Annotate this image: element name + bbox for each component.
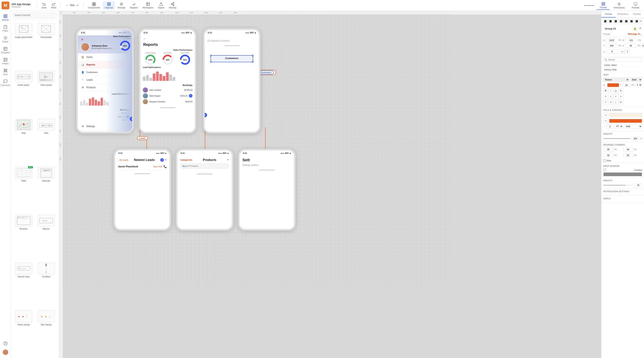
shadow-opacity-input[interactable] xyxy=(634,183,642,187)
lock-button[interactable]: 🔒 xyxy=(632,26,638,31)
corner-br-input[interactable] xyxy=(623,153,633,157)
add-fill-icon[interactable]: ✏ xyxy=(603,113,608,117)
fill-color-swatch[interactable] xyxy=(609,113,642,117)
interactions-tab-rp[interactable]: Interactions xyxy=(616,11,630,17)
corner-tr-input[interactable] xyxy=(623,148,633,151)
redo-button[interactable]: Redo xyxy=(49,1,58,9)
add-lead-icon[interactable]: + xyxy=(164,158,167,162)
x-input[interactable] xyxy=(606,38,618,42)
close-panel-icon[interactable]: ✕ xyxy=(639,19,642,23)
stencil-image-placeholder[interactable]: Image placeholder xyxy=(13,22,34,68)
app-logo[interactable]: M xyxy=(2,1,9,9)
drop-shadow-enabled[interactable] xyxy=(603,169,606,171)
italic-icon[interactable]: I xyxy=(608,88,613,93)
components-button[interactable]: Components xyxy=(86,1,102,9)
nav-leads[interactable]: ♡ Leads › xyxy=(78,76,132,84)
visibility-button[interactable]: 👁 xyxy=(638,26,642,31)
stroke-color-swatch[interactable] xyxy=(609,119,642,123)
corner-bl-input[interactable] xyxy=(603,153,613,157)
align-right-icon[interactable]: ⬛ xyxy=(614,19,618,23)
align-text-center-icon[interactable]: ≡ xyxy=(608,94,613,99)
interactions-tab[interactable]: Interactions xyxy=(610,1,628,9)
preview-tab[interactable]: Preview xyxy=(629,1,642,9)
stroke-width-input[interactable] xyxy=(606,125,614,129)
constraints-icon[interactable]: ⊟ xyxy=(642,43,644,48)
stencil-calendar[interactable]: April 22 Calendar xyxy=(36,166,57,212)
align-left-icon[interactable]: ⬛ xyxy=(603,19,608,23)
more-icon[interactable]: ⬛ xyxy=(629,19,634,23)
nav-settings[interactable]: ⚙ Settings › xyxy=(78,123,132,130)
font-family-select[interactable]: Roboto Arial Helvetica xyxy=(603,78,629,82)
diagram-button[interactable]: Diagram xyxy=(128,1,140,9)
corner-tl-input[interactable] xyxy=(603,148,613,151)
strikethrough-icon[interactable]: S xyxy=(618,88,623,93)
name-johnny-kelly[interactable]: Johnny, Kelly xyxy=(603,67,642,72)
undo-button[interactable]: Undo xyxy=(40,1,48,9)
text-top-icon[interactable]: T xyxy=(603,100,608,105)
align-top-icon[interactable]: ⬛ xyxy=(619,19,624,23)
scale-radius-checkbox[interactable] xyxy=(603,159,606,162)
angle-input[interactable] xyxy=(606,50,618,53)
stencil-video-player[interactable]: Video player xyxy=(36,70,57,116)
font-weight-select[interactable]: Bold Regular Light xyxy=(630,78,642,82)
text-settings-icon[interactable]: ⚙ xyxy=(618,100,623,105)
overflow-icon[interactable]: ⬛ xyxy=(634,19,639,23)
font-size-input[interactable] xyxy=(622,83,630,87)
nav-products[interactable]: ⚙ Products › xyxy=(78,84,132,91)
close-icon[interactable]: ✕ xyxy=(81,38,84,41)
sidebar-item-icons[interactable]: Icons xyxy=(0,67,10,77)
stencil-tabs[interactable]: Tab 1Tab 2 Tabs xyxy=(36,118,57,164)
sidebar-item-pages[interactable]: Pages xyxy=(0,23,10,33)
shadow-color-swatch[interactable] xyxy=(603,173,642,176)
stroke-unit-select[interactable]: PT xyxy=(614,124,623,129)
stencil-table[interactable]: New Table xyxy=(13,166,34,212)
align-center-icon[interactable]: ⬛ xyxy=(608,19,613,23)
flip-v-icon[interactable]: ⇕ xyxy=(625,49,630,54)
sharing-button[interactable]: Sharing xyxy=(167,1,178,9)
export-button[interactable]: Export xyxy=(156,1,166,9)
sidebar-item-stencils[interactable]: Stencils xyxy=(0,12,10,22)
stencil-browser[interactable]: ← http:// Browser xyxy=(13,214,34,260)
zoom-in-button[interactable]: + xyxy=(76,3,80,7)
h-input[interactable] xyxy=(625,44,636,48)
arrange-button[interactable]: Arrange xyxy=(116,1,127,9)
stencil-star-ratings[interactable]: ★★★ Star ratings xyxy=(36,309,57,356)
zoom-out-button[interactable]: − xyxy=(64,3,69,7)
w-input[interactable] xyxy=(625,38,637,42)
stroke-type-select[interactable]: Solid Dashed Dotted xyxy=(624,124,642,129)
ungroup-button[interactable]: Ungroup xyxy=(103,1,115,9)
workspace-button[interactable]: Workspace xyxy=(141,1,155,9)
product-search-input[interactable] xyxy=(180,164,229,169)
stencil-map[interactable]: Map xyxy=(13,118,34,164)
text-color-swatch[interactable] xyxy=(607,83,619,87)
bold-icon[interactable]: B xyxy=(603,88,608,93)
sidebar-item-images[interactable]: Images xyxy=(0,56,10,66)
sidebar-item-outline[interactable]: Outline xyxy=(0,34,10,44)
font-units-select[interactable]: ▾ xyxy=(635,83,642,87)
shadow-opacity-slider[interactable] xyxy=(603,185,633,185)
nav-customers[interactable]: 👤 Customers › xyxy=(78,69,132,76)
sidebar-item-templates[interactable]: Templates xyxy=(0,45,10,55)
format-icons-button[interactable] xyxy=(583,4,595,6)
name-carlos-ward[interactable]: Carlos, Ward xyxy=(603,63,642,67)
nav-home[interactable]: 🏠 Home › xyxy=(78,53,132,61)
back-to-all-leads[interactable]: ‹All Leads xyxy=(118,159,128,161)
distribute-icon[interactable]: ⬛ xyxy=(624,19,629,23)
panel-search-input[interactable] xyxy=(603,57,642,62)
flip-h-icon[interactable]: ⇔ xyxy=(620,49,624,54)
add-product-icon[interactable]: + xyxy=(227,158,229,162)
y-input[interactable] xyxy=(606,44,618,48)
preview-tab-rp[interactable]: Preview xyxy=(630,11,644,17)
align-text-left-icon[interactable]: ≡ xyxy=(603,94,608,99)
stencil-scrollbar[interactable]: Scrollbar xyxy=(36,261,57,308)
format-tab-rp[interactable]: Format xyxy=(602,11,616,17)
edit-stroke-icon[interactable]: ✏ xyxy=(603,119,608,123)
stencil-heart-ratings[interactable]: ♥♥♥ Heart ratings xyxy=(13,309,34,356)
underline-icon[interactable]: U xyxy=(614,88,618,93)
canvas-scroll[interactable]: Reports Leads Customers 9:31 ●●●WiFi■ xyxy=(63,15,601,358)
opacity-slider[interactable] xyxy=(603,138,630,139)
stencils-search-input[interactable] xyxy=(12,12,58,18)
sidebar-item-comments[interactable]: Comments xyxy=(0,78,10,88)
sidebar-item-user[interactable] xyxy=(0,348,10,357)
format-tab[interactable]: Format xyxy=(597,1,610,10)
